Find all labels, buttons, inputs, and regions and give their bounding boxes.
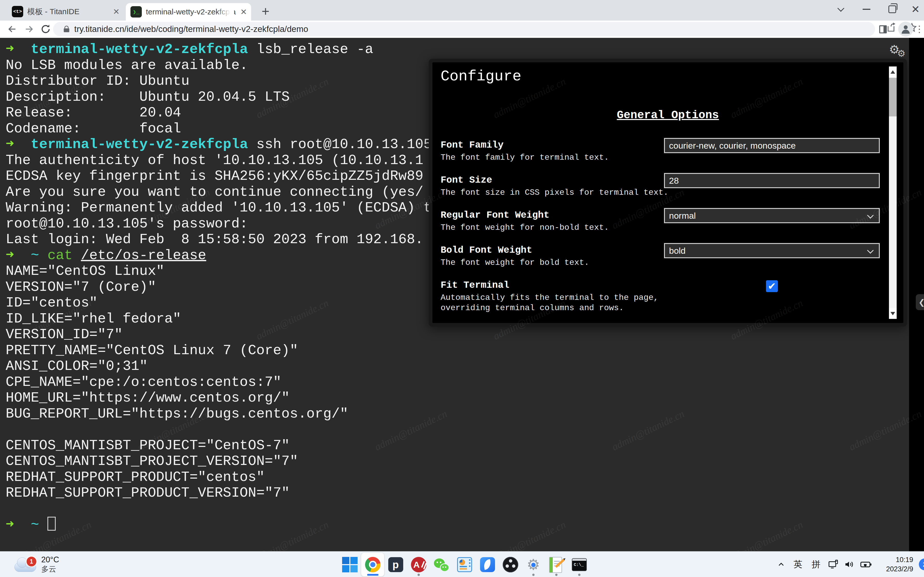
taskbar-app-picpick[interactable]: p <box>384 553 407 577</box>
regular-font-weight-select[interactable]: normal <box>664 208 880 223</box>
terminal-text: cat <box>47 248 81 263</box>
side-panel-icon <box>877 23 888 35</box>
new-tab-button[interactable]: + <box>258 4 273 19</box>
taskbar-app-wechat[interactable] <box>430 553 453 577</box>
font-size-description: The font size in CSS pixels for terminal… <box>441 187 880 198</box>
regular-font-weight-value: normal <box>669 211 696 221</box>
fit-terminal-description: Automatically fits the terminal to the p… <box>441 293 880 313</box>
weather-widget[interactable]: 1 20°C 多云 <box>15 552 59 577</box>
notepad-icon <box>548 556 565 573</box>
taskbar-app-settings[interactable]: ⚙ <box>522 553 545 577</box>
terminal-text: ➜ <box>6 137 31 152</box>
terminal-line: HOME_URL="https://www.centos.org/" <box>6 390 909 406</box>
taskbar-app-wing[interactable] <box>476 553 499 577</box>
terminal-text: The authenticity of host '10.10.13.105 (… <box>6 153 423 168</box>
person-icon <box>899 23 912 35</box>
system-tray: 英 拼 10:19 2023/2/9 2 <box>774 552 924 577</box>
obs-icon <box>502 556 519 573</box>
reload-button[interactable] <box>39 23 52 35</box>
taskbar-app-notepad[interactable] <box>545 553 568 577</box>
taskbar-app-diagram[interactable] <box>453 553 476 577</box>
tab-search-button[interactable] <box>832 0 850 19</box>
notification-badge[interactable]: 2 <box>919 558 924 570</box>
font-size-input[interactable] <box>664 173 880 188</box>
terminal-line: CENTOS_MANTISBT_PROJECT="CentOS-7" <box>6 438 909 454</box>
cmd-icon: C:\_ <box>571 556 588 573</box>
chevron-down-icon <box>837 5 844 11</box>
terminal-text: BUG_REPORT_URL="https://bugs.centos.org/… <box>6 406 348 422</box>
collapse-panel-handle[interactable]: ❮ <box>916 294 924 310</box>
taskbar-app-red-a[interactable]: A <box>407 553 430 577</box>
diagram-icon <box>456 556 473 573</box>
forward-button[interactable] <box>23 23 36 35</box>
browser-menu-button[interactable]: ⋮ <box>916 22 923 36</box>
taskbar-app-obs[interactable] <box>499 553 522 577</box>
terminal-text: ID_LIKE="rhel fedora" <box>6 311 181 327</box>
chevron-down-icon <box>867 247 874 253</box>
date-text: 2023/2/9 <box>880 564 913 574</box>
cloud-icon: 1 <box>15 558 37 574</box>
hidden-icons-button[interactable] <box>774 557 789 572</box>
battery-button[interactable] <box>858 557 874 572</box>
windows-start-icon <box>342 556 358 573</box>
bold-font-weight-description: The font weight for bold text. <box>441 258 880 268</box>
regular-font-weight-description: The font weight for non-bold text. <box>441 222 880 233</box>
back-button[interactable] <box>6 23 19 35</box>
minimize-button[interactable] <box>858 0 876 19</box>
back-icon <box>6 23 18 35</box>
wechat-icon <box>433 556 450 573</box>
terminal-text: ➜ <box>6 42 31 57</box>
ime-language-button[interactable]: 英 <box>789 557 807 572</box>
terminal-text: ➜ <box>6 248 31 263</box>
scroll-up-button[interactable] <box>889 66 897 77</box>
titanide-favicon: <t> <box>12 6 23 17</box>
side-panel-button[interactable] <box>877 23 890 35</box>
close-tab-icon[interactable]: ✕ <box>113 7 120 16</box>
fit-terminal-checkbox[interactable]: ✔ <box>766 280 778 292</box>
scrollbar-thumb[interactable] <box>889 78 897 116</box>
tab-titanide[interactable]: <t> 模板 - TitanIDE ✕ <box>7 3 124 19</box>
taskbar-app-chrome[interactable] <box>361 553 384 577</box>
terminal-line: BUG_REPORT_URL="https://bugs.centos.org/… <box>6 406 909 422</box>
terminal-text: ECDSA key fingerprint is SHA256:yKX/65ci… <box>6 168 423 184</box>
battery-charging-icon <box>860 558 872 570</box>
dialog-scrollbar[interactable] <box>889 66 897 319</box>
wing-icon <box>479 556 496 573</box>
profile-avatar[interactable] <box>898 22 913 37</box>
display-device-button[interactable] <box>825 557 842 572</box>
bold-font-weight-select[interactable]: bold <box>664 243 880 258</box>
terminal-text: root@10.10.13.105's password: <box>6 216 248 232</box>
terminal-line: REDHAT_SUPPORT_PRODUCT_VERSION="7" <box>6 485 909 501</box>
terminal-text: CENTOS_MANTISBT_PROJECT="CentOS-7" <box>6 438 290 453</box>
close-tab-icon[interactable]: ✕ <box>240 7 247 17</box>
terminal-text: ~ <box>31 517 47 533</box>
terminal-text: Warning: Permanently added '10.10.13.105… <box>6 200 432 216</box>
close-window-button[interactable]: ✕ <box>906 0 924 19</box>
wetty-settings-button[interactable]: ⚙ ⚙ <box>889 42 912 61</box>
terminal-text: No LSB modules are available. <box>6 58 248 73</box>
scroll-down-button[interactable] <box>889 308 897 319</box>
terminal-line <box>6 422 909 438</box>
windows-taskbar: 1 20°C 多云 pA⚙C:\_ 英 拼 <box>0 551 924 577</box>
config-field-regular-font-weight: Regular Font WeightThe font weight for n… <box>441 210 880 245</box>
reload-icon <box>40 23 51 35</box>
config-field-font-family: Font FamilyThe font family for terminal … <box>441 140 880 175</box>
volume-button[interactable] <box>842 557 858 572</box>
monitor-icon <box>828 559 839 570</box>
triangle-up-icon <box>890 70 895 74</box>
taskbar-app-windows-start[interactable] <box>338 553 361 577</box>
font-family-input[interactable] <box>664 138 880 153</box>
ime-mode-button[interactable]: 拼 <box>807 557 825 572</box>
tab-terminal-wetty[interactable]: ❯_ terminal-wetty-v2-zekfcpla - T ✕ <box>126 3 251 21</box>
restore-button[interactable] <box>883 0 901 19</box>
clock[interactable]: 10:19 2023/2/9 <box>880 555 913 574</box>
taskbar-apps: pA⚙C:\_ <box>338 553 591 577</box>
url-bar[interactable]: try.titanide.cn/ide/web/coding/terminal-… <box>53 22 875 36</box>
terminal-text: CPE_NAME="cpe:/o:centos:centos:7" <box>6 374 281 390</box>
chevron-down-icon <box>867 212 874 218</box>
page-content: ➜ terminal-wetty-v2-zekfcpla lsb_release… <box>0 38 924 551</box>
taskbar-app-cmd[interactable]: C:\_ <box>568 553 591 577</box>
tab-strip: <t> 模板 - TitanIDE ✕ ❯_ terminal-wetty-v2… <box>0 0 924 21</box>
config-field-bold-font-weight: Bold Font WeightThe font weight for bold… <box>441 245 880 280</box>
terminal-line: ➜ ~ <box>6 517 909 533</box>
